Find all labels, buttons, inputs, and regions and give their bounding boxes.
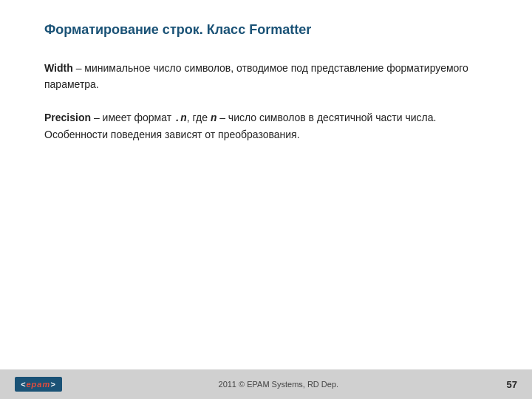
footer: <epam> 2011 © EPAM Systems, RD Dep. 57 — [0, 369, 532, 399]
precision-keyword: Precision — [44, 112, 91, 123]
content-area: Форматирование строк. Класс Formatter Wi… — [0, 0, 532, 369]
width-keyword: Width — [44, 62, 73, 74]
footer-page-number: 57 — [495, 379, 517, 390]
precision-middle: , где — [187, 112, 211, 123]
slide-title: Форматирование строк. Класс Formatter — [44, 22, 488, 38]
footer-logo: <epam> — [15, 377, 62, 392]
width-paragraph: Width – минимальное число символов, отво… — [44, 60, 488, 93]
precision-code1: .n — [174, 112, 187, 124]
width-text: – минимальное число символов, отводимое … — [44, 62, 468, 90]
precision-paragraph: Precision – имеет формат .n, где n – чис… — [44, 109, 488, 143]
slide: Форматирование строк. Класс Formatter Wi… — [0, 0, 532, 399]
precision-intro: – имеет формат — [91, 112, 174, 123]
footer-copyright: 2011 © EPAM Systems, RD Dep. — [62, 380, 495, 389]
